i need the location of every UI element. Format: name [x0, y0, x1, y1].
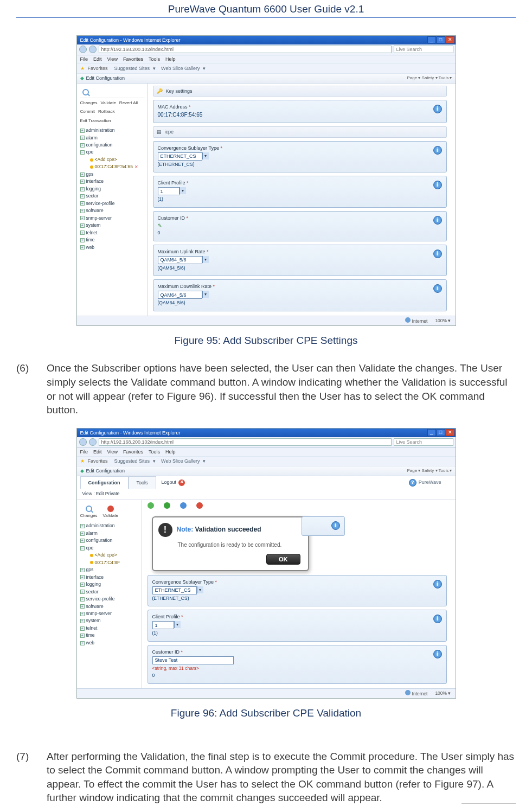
forward-icon[interactable]	[89, 438, 97, 446]
tree-administration[interactable]: administration	[86, 127, 115, 133]
menu-help[interactable]: Help	[165, 449, 176, 455]
menu-tools[interactable]: Tools	[149, 449, 160, 455]
expand-icon[interactable]: +	[80, 532, 85, 536]
tree-administration[interactable]: administration	[86, 523, 115, 529]
menu-help[interactable]: Help	[165, 56, 176, 62]
expand-icon[interactable]: +	[80, 568, 85, 572]
expand-icon[interactable]: +	[80, 216, 85, 220]
chevron-down-icon[interactable]: ▾	[174, 621, 181, 628]
expand-icon[interactable]: +	[80, 524, 85, 528]
delete-node-icon[interactable]: ⨯	[134, 164, 138, 170]
chevron-down-icon[interactable]: ▾	[202, 291, 209, 298]
menu-favorites[interactable]: Favorites	[123, 449, 143, 455]
page-tools-menu[interactable]: Page ▾ Safety ▾ Tools ▾	[407, 468, 452, 474]
help-icon[interactable]: i	[433, 181, 442, 189]
chevron-down-icon[interactable]: ▾	[197, 586, 203, 593]
help-icon[interactable]: i	[433, 580, 442, 588]
close-button[interactable]: ✕	[446, 429, 454, 436]
tree-software[interactable]: software	[86, 208, 104, 214]
search-box[interactable]: Live Search	[394, 46, 453, 53]
expand-icon[interactable]: +	[80, 604, 85, 609]
tree-interface[interactable]: interface	[86, 574, 104, 580]
expand-icon[interactable]: +	[80, 245, 85, 250]
tree-service-profile[interactable]: service-profile	[86, 596, 115, 602]
toolbar-green-icon[interactable]	[148, 502, 154, 509]
tree-service-profile[interactable]: service-profile	[86, 201, 115, 207]
expand-icon[interactable]: +	[80, 136, 85, 140]
toolbar-commit[interactable]: Commit	[80, 109, 95, 115]
menu-favorites[interactable]: Favorites	[123, 56, 143, 62]
zoom-level[interactable]: 100% ▾	[435, 690, 451, 696]
cs-select[interactable]: ETHERNET_CS	[152, 586, 197, 594]
tree-cpe[interactable]: cpe	[86, 149, 94, 155]
web-slice-gallery-link[interactable]: Web Slice Gallery	[161, 458, 200, 464]
expand-icon[interactable]: +	[80, 539, 85, 543]
help-icon[interactable]: i	[433, 105, 442, 113]
tree-configuration[interactable]: configuration	[86, 538, 113, 543]
expand-icon[interactable]: +	[80, 597, 85, 602]
tree-sector[interactable]: sector	[86, 193, 99, 199]
help-icon[interactable]: i	[331, 521, 340, 530]
flag-icon[interactable]	[107, 506, 114, 512]
expand-icon[interactable]: +	[80, 619, 85, 623]
dn-select[interactable]: QAM64_5/6	[158, 291, 202, 299]
help-icon[interactable]: i	[433, 615, 442, 623]
chevron-down-icon[interactable]: ▾	[202, 256, 209, 263]
menu-edit[interactable]: Edit	[93, 449, 102, 455]
tree-gps[interactable]: gps	[86, 171, 94, 177]
expand-icon[interactable]: +	[80, 612, 85, 616]
expand-icon[interactable]: +	[80, 201, 85, 206]
minimize-button[interactable]: _	[427, 429, 436, 436]
tree-interface[interactable]: interface	[86, 178, 104, 184]
expand-icon[interactable]: +	[80, 634, 85, 638]
tab-tools[interactable]: Tools	[129, 476, 156, 489]
web-slice-gallery-link[interactable]: Web Slice Gallery	[161, 65, 200, 72]
expand-icon[interactable]: +	[80, 194, 85, 199]
expand-icon[interactable]: +	[80, 583, 85, 587]
address-bar[interactable]: http://192.168.200.102/index.html	[99, 46, 392, 53]
expand-icon[interactable]: +	[80, 231, 85, 235]
help-icon[interactable]: i	[433, 650, 442, 658]
tree-gps[interactable]: gps	[86, 567, 94, 573]
back-icon[interactable]	[79, 46, 87, 53]
tree-logging[interactable]: logging	[86, 186, 101, 192]
close-button[interactable]: ✕	[446, 36, 454, 43]
back-icon[interactable]	[79, 438, 87, 446]
menu-file[interactable]: File	[80, 56, 88, 62]
expand-icon[interactable]: +	[80, 626, 85, 631]
browser-tab-label[interactable]: Edit Configuration	[86, 75, 125, 81]
up-select[interactable]: QAM64_5/6	[158, 256, 202, 264]
tree-logging[interactable]: logging	[86, 581, 101, 587]
toolbar-blue-icon[interactable]	[180, 502, 187, 509]
ok-button[interactable]: OK	[266, 554, 300, 565]
expand-icon[interactable]: +	[80, 223, 85, 228]
help-icon[interactable]: i	[433, 146, 442, 155]
tree-alarm[interactable]: alarm	[86, 135, 98, 141]
tree-mac-node[interactable]: 00:17:C4:8F:54:65	[95, 164, 133, 170]
tree-snmp[interactable]: snmp-server	[86, 611, 112, 617]
tree-mac-node[interactable]: 00:17:C4:8F	[95, 560, 120, 566]
search-box[interactable]: Live Search	[394, 438, 453, 446]
toolbar-revert[interactable]: Revert All	[119, 100, 138, 106]
menu-view[interactable]: View	[107, 56, 118, 62]
browser-tab-label[interactable]: Edit Configuration	[86, 468, 125, 474]
suggested-sites-link[interactable]: Suggested Sites	[114, 65, 150, 72]
zoom-level[interactable]: 100% ▾	[435, 318, 451, 324]
expand-icon[interactable]: +	[80, 172, 85, 177]
favorites-star-icon[interactable]: ★	[80, 65, 85, 72]
menu-edit[interactable]: Edit	[93, 56, 102, 62]
search-icon[interactable]	[82, 89, 89, 95]
tree-web[interactable]: web	[86, 245, 95, 251]
toolbar-exit[interactable]: Exit Transaction	[80, 118, 111, 124]
toolbar-validate[interactable]: Validate	[101, 100, 116, 106]
toolbar-green2-icon[interactable]	[164, 502, 170, 509]
tree-alarm[interactable]: alarm	[86, 530, 98, 536]
menu-tools[interactable]: Tools	[149, 56, 160, 62]
forward-icon[interactable]	[89, 46, 97, 53]
menu-view[interactable]: View	[107, 449, 118, 455]
toolbar-changes[interactable]: Changes	[80, 100, 98, 106]
maximize-button[interactable]: □	[437, 36, 445, 43]
prof-select[interactable]: 1	[158, 187, 180, 195]
tree-telnet[interactable]: telnet	[86, 625, 98, 631]
cs-select[interactable]: ETHERNET_CS	[158, 152, 202, 161]
